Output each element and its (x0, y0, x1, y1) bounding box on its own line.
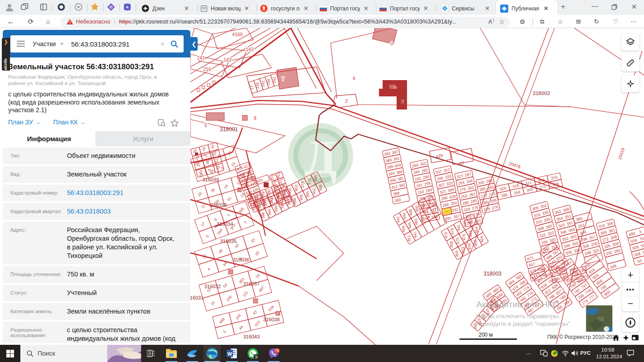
svg-text:439: 439 (467, 243, 472, 250)
svg-text:476: 476 (461, 233, 466, 240)
svg-text:442: 442 (396, 216, 401, 223)
svg-text:462: 462 (469, 217, 474, 224)
svg-text:243: 243 (272, 77, 276, 84)
svg-text:8: 8 (254, 116, 256, 121)
svg-text:450: 450 (414, 205, 419, 212)
svg-text:366: 366 (255, 193, 260, 200)
svg-text:458: 458 (449, 241, 454, 248)
svg-text:399: 399 (318, 185, 323, 191)
svg-text:399: 399 (274, 205, 279, 212)
svg-text:316035: 316035 (220, 238, 237, 244)
svg-text:370: 370 (307, 178, 312, 185)
svg-text:374: 374 (270, 197, 275, 204)
svg-text:375: 375 (300, 181, 305, 188)
svg-text:385: 385 (305, 191, 310, 198)
svg-text:459: 459 (455, 250, 459, 257)
svg-text:76: 76 (275, 348, 279, 353)
svg-text:478: 478 (450, 228, 455, 234)
svg-text:449: 449 (427, 198, 432, 205)
svg-text:402: 402 (312, 188, 317, 195)
svg-text:238: 238 (255, 82, 260, 89)
svg-text:451: 451 (407, 235, 412, 242)
svg-text:469: 469 (479, 236, 484, 243)
svg-text:428: 428 (252, 204, 256, 211)
svg-text:453: 453 (460, 247, 465, 253)
svg-text:394: 394 (267, 209, 272, 215)
svg-text:441: 441 (456, 224, 461, 231)
svg-text:454: 454 (474, 226, 479, 233)
svg-text:486: 486 (421, 201, 426, 208)
svg-text:316039: 316039 (203, 177, 219, 182)
svg-text:318001: 318001 (220, 126, 238, 133)
svg-text:143: 143 (223, 57, 232, 62)
svg-text:3: 3 (390, 41, 393, 46)
svg-text:6: 6 (353, 76, 355, 81)
svg-text:456: 456 (473, 239, 478, 246)
svg-text:5: 5 (204, 123, 207, 128)
svg-text:447: 447 (412, 231, 417, 238)
svg-text:481: 481 (468, 230, 473, 237)
svg-text:448: 448 (408, 209, 413, 215)
svg-text:316032: 316032 (204, 284, 221, 289)
svg-text:477: 477 (426, 211, 431, 218)
svg-text:368: 368 (261, 191, 265, 198)
svg-text:7: 7 (282, 76, 284, 81)
svg-text:389: 389 (299, 194, 304, 201)
svg-text:4160: 4160 (232, 32, 243, 37)
svg-text:236: 236 (266, 79, 271, 86)
svg-text:365: 365 (313, 175, 318, 181)
svg-text:3: 3 (255, 355, 257, 359)
svg-text:377: 377 (264, 200, 269, 206)
svg-text:316043: 316043 (243, 334, 260, 339)
svg-text:51: 51 (639, 236, 644, 241)
svg-text:396: 396 (292, 198, 297, 205)
svg-text:380: 380 (267, 189, 271, 195)
svg-text:142: 142 (246, 47, 254, 52)
svg-text:444: 444 (402, 212, 407, 219)
svg-text:459: 459 (401, 225, 406, 232)
svg-text:470: 470 (444, 231, 449, 238)
svg-text:373: 373 (258, 202, 262, 209)
svg-text:242: 242 (260, 81, 265, 87)
svg-text:20: 20 (393, 86, 398, 90)
svg-text:445: 445 (407, 222, 412, 229)
svg-text:318003: 318003 (483, 271, 502, 277)
svg-text:141: 141 (197, 55, 205, 61)
svg-text:448: 448 (462, 220, 467, 227)
svg-text:483: 483 (413, 218, 418, 225)
svg-text:403: 403 (294, 185, 299, 191)
svg-text:484: 484 (420, 214, 425, 221)
svg-text:37: 37 (459, 160, 464, 166)
svg-text:475: 475 (455, 237, 460, 244)
svg-text:W: W (227, 351, 232, 357)
svg-text:318002: 318002 (533, 90, 550, 96)
svg-text:2: 2 (345, 99, 348, 104)
svg-text:216: 216 (203, 67, 211, 72)
svg-text:472: 472 (432, 207, 437, 214)
